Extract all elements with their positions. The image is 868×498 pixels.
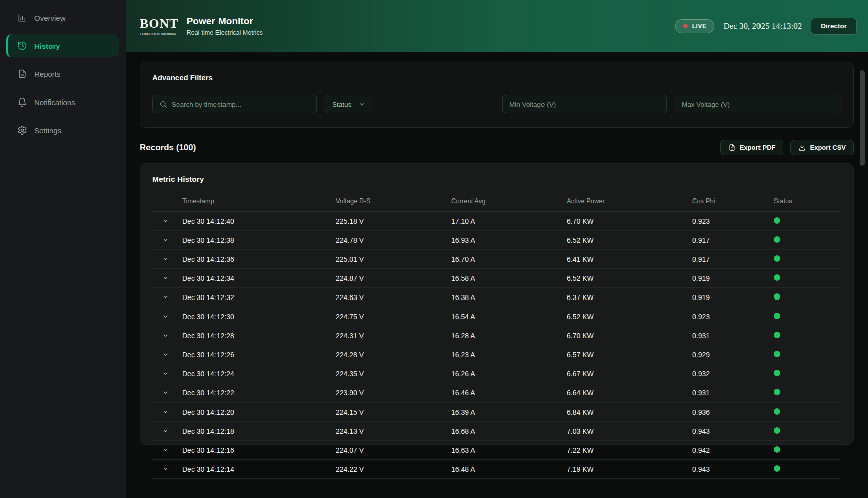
expand-row-icon[interactable]: [162, 389, 169, 396]
table-row: Dec 30 14:12:16224.07 V16.63 A7.22 KW0.9…: [152, 441, 841, 460]
sidebar-item-overview[interactable]: Overview: [6, 6, 119, 29]
role-button[interactable]: Director: [811, 18, 857, 35]
cell-current: 16.46 A: [451, 383, 567, 403]
cell-timestamp: Dec 30 14:12:26: [182, 345, 336, 364]
cell-voltage: 224.15 V: [336, 403, 451, 422]
status-ok-dot: [774, 408, 780, 415]
expand-row-icon[interactable]: [162, 313, 169, 320]
sidebar-item-history[interactable]: History: [6, 34, 119, 57]
bar-chart-icon: [17, 13, 27, 23]
cell-cosphi: 0.917: [692, 250, 774, 269]
row-expand-cell: [152, 422, 182, 441]
expand-row-icon[interactable]: [162, 370, 169, 377]
cell-timestamp: Dec 30 14:12:18: [182, 422, 336, 441]
status-ok-dot: [774, 465, 780, 472]
row-expand-cell: [152, 326, 182, 345]
row-expand-cell: [152, 403, 182, 422]
cell-cosphi: 0.919: [692, 288, 774, 307]
export-buttons: Export PDF Export CSV: [720, 140, 854, 155]
bell-icon: [17, 97, 27, 107]
column-header-status: Status: [774, 197, 841, 212]
expand-row-icon[interactable]: [162, 275, 169, 281]
expand-row-icon[interactable]: [162, 332, 169, 339]
metric-table: Timestamp Voltage R-S Current Avg Active…: [152, 197, 841, 479]
expand-row-icon[interactable]: [162, 447, 169, 453]
table-row: Dec 30 14:12:32224.63 V16.38 A6.37 KW0.9…: [152, 288, 841, 307]
expand-row-icon[interactable]: [162, 428, 169, 434]
expand-row-icon[interactable]: [162, 409, 169, 415]
sidebar-item-settings[interactable]: Settings: [6, 119, 119, 142]
table-title: Metric History: [152, 175, 841, 184]
export-csv-label: Export CSV: [810, 144, 846, 151]
expand-row-icon[interactable]: [162, 256, 169, 262]
cell-cosphi: 0.929: [692, 345, 774, 364]
cell-current: 16.38 A: [451, 288, 567, 307]
cell-timestamp: Dec 30 14:12:40: [182, 212, 336, 231]
records-row: Records (100) Export PDF Export CSV: [140, 140, 854, 155]
filters-row: Status: [152, 95, 841, 113]
cell-status: [774, 250, 841, 269]
search-icon: [159, 100, 167, 108]
cell-status: [774, 364, 841, 383]
row-expand-cell: [152, 345, 182, 364]
cell-power: 6.70 KW: [567, 326, 692, 345]
status-ok-dot: [774, 446, 780, 453]
advanced-filters-card: Advanced Filters Status: [140, 62, 854, 128]
expand-row-icon[interactable]: [162, 466, 169, 472]
status-select[interactable]: Status: [325, 95, 372, 113]
expand-row-icon[interactable]: [162, 294, 169, 301]
metric-table-header: Timestamp Voltage R-S Current Avg Active…: [152, 197, 841, 212]
status-ok-dot: [774, 332, 780, 338]
export-pdf-button[interactable]: Export PDF: [720, 140, 784, 155]
row-expand-cell: [152, 288, 182, 307]
cell-voltage: 224.78 V: [336, 231, 451, 250]
logo-tagline: Technologies Nusantara: [140, 32, 179, 35]
cell-voltage: 223.90 V: [336, 383, 451, 403]
download-icon: [798, 144, 806, 151]
cell-status: [774, 403, 841, 422]
main-panel: Advanced Filters Status: [126, 52, 868, 445]
cell-status: [774, 441, 841, 460]
cell-timestamp: Dec 30 14:12:30: [182, 307, 336, 326]
export-csv-button[interactable]: Export CSV: [790, 140, 854, 155]
cell-voltage: 224.07 V: [336, 441, 451, 460]
cell-current: 16.58 A: [451, 269, 567, 288]
sidebar-item-notifications[interactable]: Notifications: [6, 90, 119, 114]
cell-timestamp: Dec 30 14:12:24: [182, 364, 336, 383]
status-ok-dot: [774, 236, 780, 243]
cell-power: 6.52 KW: [567, 269, 692, 288]
cell-current: 16.39 A: [451, 403, 567, 422]
cell-current: 16.26 A: [451, 364, 567, 383]
vertical-scrollbar[interactable]: [860, 70, 865, 166]
cell-status: [774, 307, 841, 326]
expand-row-icon[interactable]: [162, 237, 169, 243]
table-row: Dec 30 14:12:36225.01 V16.70 A6.41 KW0.9…: [152, 250, 841, 269]
cell-current: 16.48 A: [451, 460, 567, 479]
sidebar-item-reports[interactable]: Reports: [6, 62, 119, 85]
cell-current: 16.23 A: [451, 345, 567, 364]
min-voltage-box: [502, 95, 667, 113]
sidebar: Overview History Reports Notifications S…: [0, 0, 126, 498]
brand: BONT Technologies Nusantara Power Monito…: [140, 16, 263, 36]
page-title: Power Monitor: [187, 16, 263, 27]
document-icon: [17, 69, 27, 79]
history-clock-icon: [17, 41, 27, 51]
cell-cosphi: 0.919: [692, 269, 774, 288]
search-input[interactable]: [172, 101, 310, 108]
row-expand-cell: [152, 383, 182, 403]
cell-power: 6.64 KW: [567, 383, 692, 403]
app-header: BONT Technologies Nusantara Power Monito…: [126, 0, 868, 52]
cell-voltage: 224.75 V: [336, 307, 451, 326]
expand-row-icon[interactable]: [162, 218, 169, 224]
cell-current: 16.68 A: [451, 422, 567, 441]
expand-row-icon[interactable]: [162, 351, 169, 358]
cell-power: 7.19 KW: [567, 460, 692, 479]
header-right: LIVE Dec 30, 2025 14:13:02 Director: [675, 18, 857, 35]
min-voltage-input[interactable]: [509, 101, 660, 108]
table-row: Dec 30 14:12:26224.28 V16.23 A6.57 KW0.9…: [152, 345, 841, 364]
row-expand-cell: [152, 231, 182, 250]
max-voltage-input[interactable]: [682, 101, 834, 108]
column-header-cosphi: Cos Phi: [692, 197, 774, 212]
filters-title: Advanced Filters: [152, 73, 841, 82]
status-ok-dot: [774, 389, 780, 395]
